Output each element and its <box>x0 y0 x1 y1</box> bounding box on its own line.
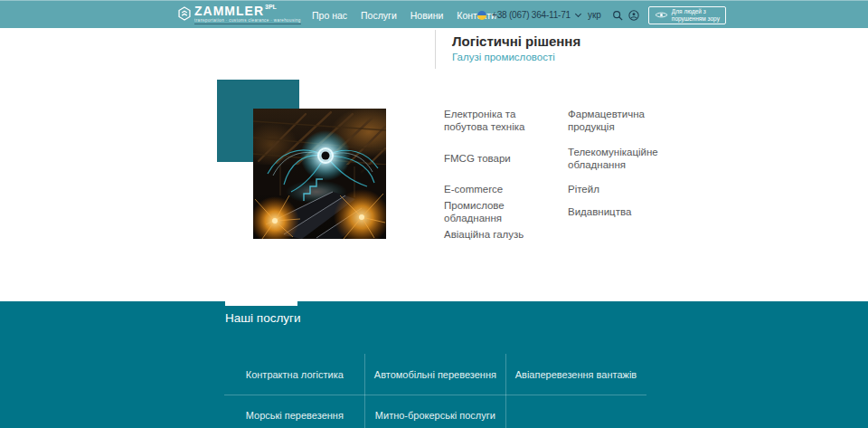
language-selector[interactable]: укр <box>588 10 601 20</box>
services-divider-vertical-1 <box>364 354 365 428</box>
search-icon[interactable] <box>612 10 623 21</box>
main-nav: Про нас Послуги Новини Контакти <box>312 1 496 29</box>
logo-name: ZAMMLER <box>194 5 264 17</box>
ukraine-flag-icon <box>477 11 486 20</box>
logo-tagline: transportation · customs clearance · war… <box>194 18 301 24</box>
phone-number[interactable]: +38 (067) 364-11-71 <box>492 10 571 20</box>
service-link-contract-logistics[interactable]: Контрактна логістика <box>246 369 344 380</box>
services-divider-vertical-2 <box>505 354 506 428</box>
industry-link-electronics[interactable]: Електроніка та побутова техніка <box>444 108 568 134</box>
user-icon[interactable] <box>628 10 639 21</box>
zammler-logo[interactable]: ZAMMLER 3PL transportation · customs cle… <box>178 5 301 24</box>
nav-item-services[interactable]: Послуги <box>361 10 397 21</box>
nav-item-news[interactable]: Новини <box>410 10 444 21</box>
industry-link-fmcg[interactable]: FMCG товари <box>444 152 568 165</box>
service-link-sea-transport[interactable]: Морські перевезення <box>246 410 344 421</box>
industries-list: Електроніка та побутова техніка Фармацев… <box>444 108 674 240</box>
header-right-group: +38 (067) 364-11-71 укр <box>477 1 726 29</box>
services-grid: Контрактна логістика Автомобільні переве… <box>224 354 646 428</box>
industry-link-publishing[interactable]: Видавництва <box>568 205 674 218</box>
zammler-hexagon-icon <box>178 6 191 24</box>
industry-link-ecommerce[interactable]: E-commerce <box>444 183 568 195</box>
nav-item-about[interactable]: Про нас <box>312 10 347 21</box>
services-section-title: Наші послуги <box>225 311 301 325</box>
chevron-down-icon[interactable] <box>575 10 581 16</box>
industry-link-aviation[interactable]: Авіаційна галузь <box>444 228 568 241</box>
industry-link-pharma[interactable]: Фармацевтична продукція <box>568 108 674 134</box>
page: ZAMMLER 3PL transportation · customs cle… <box>0 0 868 428</box>
industries-breadcrumb-link[interactable]: Галузі промисловості <box>452 52 555 62</box>
industry-link-industrial-equipment[interactable]: Промислове обладнання <box>444 199 568 225</box>
decorative-white-notch <box>225 301 297 306</box>
top-header-bar: ZAMMLER 3PL transportation · customs cle… <box>0 0 868 28</box>
warehouse-lightpainting-photo <box>253 109 386 239</box>
logo-3pl-superscript: 3PL <box>265 4 277 10</box>
visually-impaired-version-button[interactable]: Для людей з порушенням зору <box>648 6 726 24</box>
services-grid-empty-cell <box>505 395 646 428</box>
service-link-road-transport[interactable]: Автомобільні перевезення <box>374 369 496 380</box>
industry-link-telecom[interactable]: Телекомунікаційне обладнання <box>568 146 674 172</box>
eye-icon <box>655 8 668 22</box>
page-title: Логістичні рішення <box>452 33 580 49</box>
service-link-air-freight[interactable]: Авіаперевезення вантажів <box>515 369 637 380</box>
industry-link-retail[interactable]: Рітейл <box>568 183 674 195</box>
heading-divider-line <box>435 30 436 69</box>
services-divider-horizontal <box>224 395 646 395</box>
service-link-customs-brokerage[interactable]: Митно-брокерські послуги <box>375 410 495 421</box>
a11y-button-label: Для людей з порушенням зору <box>672 8 720 23</box>
